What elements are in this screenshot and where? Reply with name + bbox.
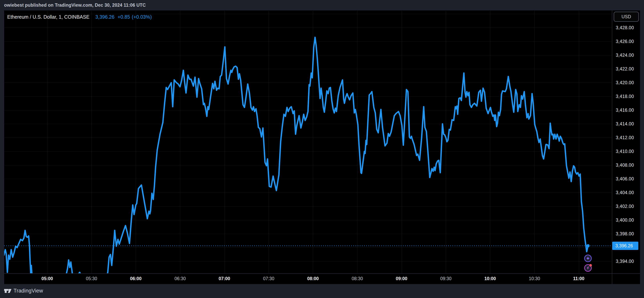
price-tick-label: 3,408.00 <box>616 163 634 168</box>
lightning-icon <box>586 266 590 270</box>
price-tick-label: 3,398.00 <box>616 231 634 237</box>
tradingview-mark-icon <box>4 289 11 293</box>
time-tick-label: 08:00 <box>307 276 319 281</box>
price-tick-label: 3,422.00 <box>616 66 634 72</box>
price-line-series <box>4 37 588 273</box>
time-tick-label: 05:00 <box>42 276 53 281</box>
notification-dot <box>589 264 592 267</box>
attribution-text: owiebest published on TradingView.com, D… <box>4 3 146 8</box>
last-price-dot <box>586 244 590 247</box>
price-tick-label: 3,410.00 <box>616 149 634 154</box>
price-tick-label: 3,412.00 <box>616 135 634 140</box>
last-price-tag-value: 3,396.26 <box>616 243 633 248</box>
time-tick-label: 07:00 <box>219 276 230 281</box>
price-plot <box>4 11 612 273</box>
tradingview-logo[interactable]: TradingView <box>4 288 43 294</box>
time-tick-label: 05:30 <box>86 276 97 281</box>
price-tick-label: 3,404.00 <box>616 190 634 195</box>
price-tick-label: 3,402.00 <box>616 204 634 209</box>
currency-toggle-button[interactable]: USD <box>614 12 639 22</box>
price-tick-label: 3,414.00 <box>616 121 634 127</box>
price-tick-label: 3,424.00 <box>616 53 634 58</box>
price-tick-label: 3,406.00 <box>616 176 634 182</box>
tradingview-wordmark: TradingView <box>14 288 43 294</box>
attribution-bar: owiebest published on TradingView.com, D… <box>4 0 146 11</box>
currency-label: USD <box>622 14 631 20</box>
price-tick-label: 3,428.00 <box>616 25 634 31</box>
time-tick-label: 10:00 <box>484 276 496 281</box>
time-tick-label: 06:30 <box>174 276 186 281</box>
tradingview-snapshot: owiebest published on TradingView.com, D… <box>0 0 644 298</box>
price-tick-label: 3,400.00 <box>616 218 634 223</box>
price-tick-label: 3,418.00 <box>616 94 634 99</box>
time-tick-label: 09:00 <box>396 276 408 281</box>
time-tick-label: 09:30 <box>440 276 452 281</box>
price-tick-label: 3,420.00 <box>616 80 634 85</box>
time-tick-label: 07:30 <box>263 276 274 281</box>
sparkle-icon <box>586 256 590 260</box>
price-tick-label: 3,426.00 <box>616 39 634 44</box>
time-tick-label: 11:00 <box>573 276 584 281</box>
price-tick-label: 3,394.00 <box>616 259 634 264</box>
time-tick-label: 06:00 <box>130 276 142 281</box>
ai-assistant-button[interactable] <box>584 255 592 262</box>
price-tick-label: 3,416.00 <box>616 108 634 113</box>
last-price-tag: 3,396.26 <box>612 242 638 250</box>
flash-actions-button[interactable] <box>584 264 592 272</box>
time-tick-label: 10:30 <box>529 276 540 281</box>
time-tick-label: 08:30 <box>352 276 363 281</box>
time-axis-border <box>4 273 640 274</box>
